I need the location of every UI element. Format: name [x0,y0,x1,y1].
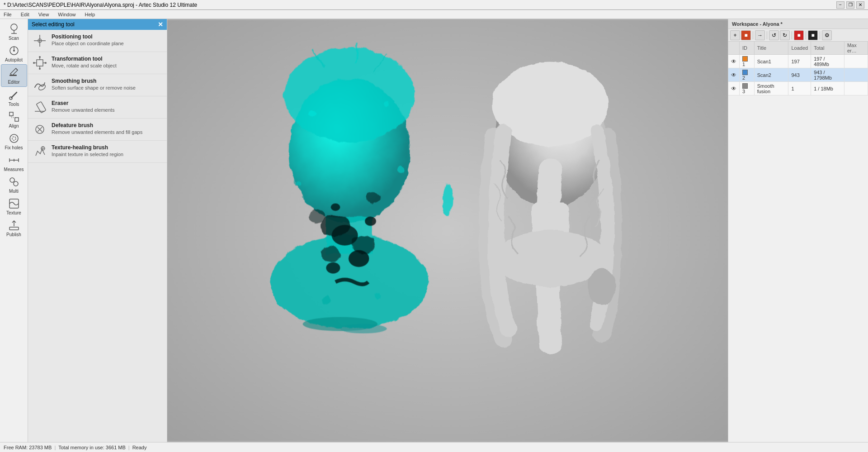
table-row[interactable]: 👁 3 Smooth fusion 1 1 / 18Mb [728,82,868,95]
texture-healing-tool-name: Texture-healing brush [52,144,123,151]
row1-maxer [844,55,868,68]
window-controls: − ❐ ✕ [836,1,864,9]
svg-point-69 [321,296,331,305]
title-text: * D:\Artec\SCANS\PEOPLE\HAIR\Alyona\Alyo… [4,2,197,8]
svg-point-34 [39,56,41,58]
texture-label: Texture [6,210,21,215]
ws-redo-button[interactable]: ↻ [780,30,790,40]
col-maxer: Max er… [844,42,868,55]
sidebar-item-measures[interactable]: Measures [1,152,27,174]
workspace-toolbar: + ■ → ↺ ↻ ■ ■ ⚙ [728,29,868,42]
editor-header: Select editing tool ✕ [28,19,167,30]
editor-tool-eraser[interactable]: Eraser Remove unwanted elements [28,96,167,119]
sidebar-item-publish[interactable]: Publish [1,217,27,239]
align-label: Align [9,124,19,128]
sidebar-item-texture[interactable]: Texture [1,195,27,217]
sidebar-item-tools[interactable]: Tools [1,87,27,109]
status-sep2: | [128,445,130,450]
transformation-tool-icon [33,56,47,70]
close-button[interactable]: ✕ [856,1,864,9]
menu-window[interactable]: Window [56,11,77,18]
row1-eye[interactable]: 👁 [728,55,740,68]
menu-file[interactable]: File [2,11,14,18]
texture-healing-tool-desc: Inpaint texture in selected region [52,152,123,157]
title-bar: * D:\Artec\SCANS\PEOPLE\HAIR\Alyona\Alyo… [0,0,868,10]
restore-button[interactable]: ❐ [846,1,854,9]
sidebar-item-fix-holes[interactable]: Fix holes [1,130,27,152]
svg-point-71 [442,184,453,216]
minimize-button[interactable]: − [836,1,844,9]
svg-point-5 [13,50,15,52]
defeature-tool-desc: Remove unwanted elements and fill gaps [52,129,142,135]
positioning-tool-name: Positioning tool [52,33,124,40]
editor-tool-texture-healing[interactable]: Texture-healing brush Inpaint texture in… [28,141,167,163]
ws-add-button[interactable]: + [730,30,740,40]
workspace-title: Workspace - Alyona * [732,21,783,27]
row2-eye[interactable]: 👁 [728,68,740,82]
eraser-tool-text: Eraser Remove unwanted elements [52,100,114,113]
ws-arrow-button[interactable]: → [755,30,765,40]
menu-view[interactable]: View [37,11,51,18]
eye-icon[interactable]: 👁 [731,72,736,78]
positioning-tool-icon [33,33,47,48]
svg-point-26 [39,40,41,42]
row2-title: Scan2 [754,68,788,82]
ws-black-button[interactable]: ■ [808,30,818,40]
defeature-tool-text: Defeature brush Remove unwanted elements… [52,122,142,135]
total-memory: Total memory in use: 3661 MB [58,445,126,450]
table-row[interactable]: 👁 2 Scan2 943 943 / 1798Mb [728,68,868,82]
sidebar-item-multi[interactable]: Multi [1,174,27,195]
autopilot-icon [8,44,20,57]
sidebar-item-align[interactable]: Align [1,109,27,130]
viewport[interactable]: 🏠 💡 F B R ✋ ↺ ↕ ✂ 📏 [167,19,728,442]
editor-close-button[interactable]: ✕ [158,21,163,28]
svg-point-57 [284,48,415,142]
table-row[interactable]: 👁 1 Scan1 197 197 / 489Mb [728,55,868,68]
status-bar: Free RAM: 23783 MB | Total memory in use… [0,442,868,452]
eye-icon[interactable]: 👁 [731,86,736,92]
svg-point-65 [308,110,316,118]
editor-tool-defeature[interactable]: Defeature brush Remove unwanted elements… [28,119,167,141]
menu-edit[interactable]: Edit [19,11,31,18]
fix-holes-label: Fix holes [5,145,23,150]
row2-maxer [844,68,868,82]
svg-point-7 [9,97,12,100]
ws-separator5 [820,31,820,39]
ws-gear-button[interactable]: ⚙ [822,30,832,40]
row1-total: 197 / 489Mb [811,55,844,68]
row3-title: Smooth fusion [754,82,788,95]
eraser-tool-icon [33,100,47,114]
row3-eye[interactable]: 👁 [728,82,740,95]
ws-undo-button[interactable]: ↺ [769,30,779,40]
svg-point-13 [12,137,16,140]
editor-tool-positioning[interactable]: Positioning tool Place object on coordin… [28,30,167,52]
ws-color-button[interactable]: ■ [741,30,751,40]
ws-separator [753,31,753,39]
publish-icon [8,219,20,232]
row2-loaded: 943 [788,68,811,82]
svg-point-0 [11,24,17,30]
sidebar-item-scan[interactable]: Scan [1,21,27,43]
svg-point-78 [340,324,387,333]
multi-icon [8,176,20,188]
col-loaded: Loaded [788,42,811,55]
texture-healing-tool-icon [33,144,47,159]
sidebar-item-editor[interactable]: Editor [1,64,27,87]
publish-label: Publish [6,232,21,237]
menu-help[interactable]: Help [83,11,97,18]
editor-tool-transformation[interactable]: Transformation tool Move, rotate and sca… [28,52,167,74]
smoothing-tool-icon [33,78,47,92]
svg-point-32 [33,62,35,64]
col-eye [728,42,740,55]
smoothing-tool-text: Smoothing brush Soften surface shape or … [52,78,136,90]
ws-separator3 [792,31,792,39]
sidebar-item-autopilot[interactable]: Autopilot [1,43,27,64]
eraser-tool-desc: Remove unwanted elements [52,107,114,113]
svg-point-62 [321,246,340,262]
row3-maxer [844,82,868,95]
eye-icon[interactable]: 👁 [731,58,736,65]
eraser-tool-name: Eraser [52,100,114,106]
scene-svg [167,19,728,442]
editor-tool-smoothing[interactable]: Smoothing brush Soften surface shape or … [28,74,167,96]
ws-red-button[interactable]: ■ [794,30,804,40]
